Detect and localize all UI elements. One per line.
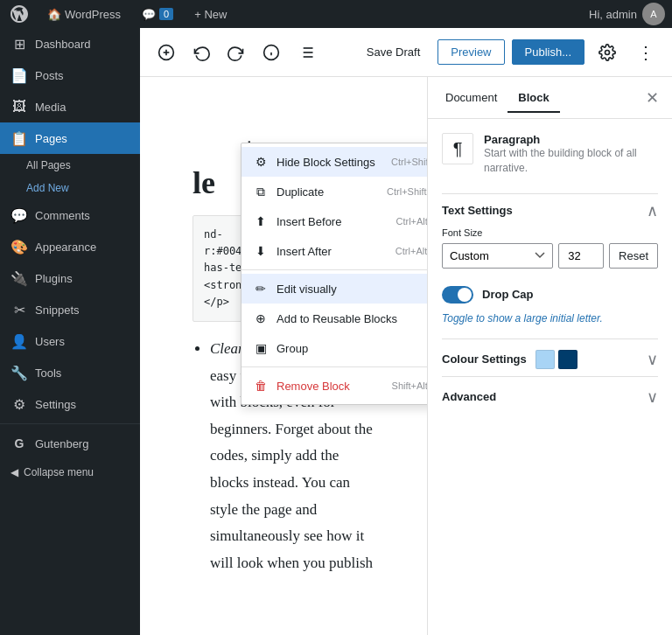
undo-button[interactable] (186, 37, 217, 68)
comments-icon: 💬 (10, 206, 28, 224)
sidebar-sub-all-pages[interactable]: All Pages (0, 154, 140, 177)
advanced-section-header[interactable]: Advanced ∨ (442, 376, 658, 414)
sidebar-item-settings[interactable]: ⚙ Settings (0, 388, 140, 420)
block-info-text: Paragraph Start with the building block … (484, 133, 658, 176)
duplicate-shortcut: Ctrl+Shift+D (387, 186, 427, 197)
users-icon: 👤 (10, 332, 28, 350)
sidebar-item-dashboard[interactable]: ⊞ Dashboard (0, 28, 140, 59)
font-size-select[interactable]: Custom Small Normal Medium Large Huge (442, 243, 553, 269)
add-block-button[interactable] (150, 37, 182, 68)
greeting-text: Hi, admin (589, 8, 637, 21)
sidebar-item-posts[interactable]: 📄 Posts (0, 59, 140, 91)
duplicate-label: Duplicate (276, 185, 324, 199)
settings-icon: ⚙ (10, 395, 28, 413)
dashboard-icon: ⊞ (10, 35, 28, 52)
text-settings-title: Text Settings (442, 204, 513, 217)
context-menu-duplicate[interactable]: ⧉ Duplicate Ctrl+Shift+D (242, 177, 427, 206)
collapse-menu-btn[interactable]: ◀ Collapse menu (0, 459, 140, 485)
context-menu-remove-block[interactable]: 🗑 Remove Block Shift+Alt+Z (242, 371, 427, 401)
remove-block-icon: 🗑 (252, 377, 270, 394)
sidebar-label-posts: Posts (35, 69, 64, 82)
hide-settings-shortcut: Ctrl+Shift+, (391, 157, 427, 167)
context-menu-edit-visually[interactable]: ✏ Edit visually (242, 274, 427, 304)
more-options-button[interactable]: ⋮ (630, 37, 662, 68)
info-button[interactable] (256, 37, 287, 68)
sidebar-item-plugins[interactable]: 🔌 Plugins (0, 262, 140, 294)
colour-settings-toggle-icon: ∨ (647, 350, 658, 369)
panel-content: ¶ Paragraph Start with the building bloc… (428, 119, 672, 635)
text-settings-toggle-icon: ∧ (647, 201, 658, 220)
site-name-bar[interactable]: 🏠 WordPress (42, 8, 126, 21)
drop-cap-toggle[interactable] (442, 286, 473, 304)
sidebar-label-appearance: Appearance (35, 241, 96, 254)
font-size-label: Font Size (442, 227, 658, 238)
sidebar-item-snippets[interactable]: ✂ Snippets (0, 294, 140, 325)
toolbar-right: Save Draft Preview Publish... ⋮ (356, 37, 662, 68)
context-menu-add-reusable[interactable]: ⊕ Add to Reusable Blocks (242, 304, 427, 333)
sidebar-item-appearance[interactable]: 🎨 Appearance (0, 231, 140, 262)
sidebar-item-tools[interactable]: 🔧 Tools (0, 357, 140, 388)
new-content-bar[interactable]: + New (189, 8, 232, 21)
avatar[interactable]: A (642, 3, 665, 25)
group-icon: ▣ (252, 339, 270, 357)
context-menu-divider-1 (242, 269, 427, 270)
wp-logo-icon[interactable] (7, 2, 32, 26)
sidebar-sub-add-new[interactable]: Add New (0, 177, 140, 199)
posts-icon: 📄 (10, 66, 28, 84)
site-name-label: WordPress (65, 8, 121, 21)
context-menu-insert-after[interactable]: ⬇ Insert After Ctrl+Alt+Y (242, 236, 427, 266)
drop-cap-hint: Toggle to show a large initial letter. (442, 312, 658, 324)
save-draft-button[interactable]: Save Draft (356, 40, 430, 64)
editor-toolbar: Save Draft Preview Publish... ⋮ (140, 28, 672, 77)
font-size-number-input[interactable] (558, 243, 604, 269)
sidebar-label-comments: Comments (35, 209, 90, 222)
context-menu-group[interactable]: ▣ Group (242, 333, 427, 363)
font-size-row: Custom Small Normal Medium Large Huge Re… (442, 243, 658, 269)
sidebar-item-comments[interactable]: 💬 Comments (0, 199, 140, 231)
panel-close-button[interactable]: ✕ (639, 85, 665, 111)
tab-block[interactable]: Block (508, 84, 559, 113)
sidebar-item-users[interactable]: 👤 Users (0, 325, 140, 357)
sidebar-item-media[interactable]: 🖼 Media (0, 91, 140, 122)
toggle-slider (442, 286, 473, 304)
collapse-label: Collapse menu (24, 466, 94, 478)
insert-before-shortcut: Ctrl+Alt+T (396, 216, 427, 227)
context-menu-insert-before[interactable]: ⬆ Insert Before Ctrl+Alt+T (242, 206, 427, 236)
sidebar-label-pages: Pages (35, 132, 67, 145)
colour-swatches (536, 350, 578, 369)
drop-cap-label: Drop Cap (482, 288, 534, 301)
sidebar-label-users: Users (35, 335, 65, 348)
preview-button[interactable]: Preview (438, 39, 504, 65)
panel-tabs: Document Block ✕ (428, 77, 672, 119)
pages-icon: 📋 (10, 129, 28, 147)
tab-document[interactable]: Document (435, 84, 508, 113)
editor-area: Save Draft Preview Publish... ⋮ ⋮ ⚙ (140, 28, 672, 635)
context-menu-hide-block-settings[interactable]: ⚙ Hide Block Settings Ctrl+Shift+, (242, 147, 427, 177)
tools-icon: 🔧 (10, 364, 28, 381)
gutenberg-icon: G (10, 435, 28, 452)
colour-settings-header[interactable]: Colour Settings ∨ (442, 338, 658, 376)
block-settings-toggle-button[interactable] (592, 37, 623, 68)
font-size-reset-button[interactable]: Reset (609, 243, 658, 269)
editor-body: ⋮ ⚙ Hide Block Settings Ctrl+Shift+, ⧉ D… (140, 77, 672, 635)
text-settings-header[interactable]: Text Settings ∧ (442, 193, 658, 227)
publish-button[interactable]: Publish... (512, 39, 584, 65)
new-label: + New (194, 8, 227, 21)
sidebar-item-gutenberg[interactable]: G Gutenberg (0, 428, 140, 459)
comments-bar[interactable]: 💬 0 (136, 8, 178, 21)
sidebar-label-gutenberg: Gutenberg (35, 437, 88, 450)
content-area: ⋮ ⚙ Hide Block Settings Ctrl+Shift+, ⧉ D… (140, 77, 427, 635)
sidebar-item-pages[interactable]: 📋 Pages (0, 122, 140, 154)
snippets-icon: ✂ (10, 301, 28, 318)
drop-cap-container: Drop Cap Toggle to show a large initial … (442, 279, 658, 324)
svg-point-12 (606, 50, 610, 54)
sidebar: ⊞ Dashboard 📄 Posts 🖼 Media 📋 Pages All … (0, 28, 140, 635)
redo-button[interactable] (220, 37, 252, 68)
list-view-button[interactable] (290, 37, 322, 68)
collapse-arrow-icon: ◀ (10, 466, 18, 478)
colour-swatch-light (536, 350, 555, 369)
advanced-toggle-icon: ∨ (647, 387, 658, 407)
add-reusable-icon: ⊕ (252, 310, 270, 327)
text-settings-section: Text Settings ∧ Font Size Custom Small N… (442, 193, 658, 324)
sidebar-label-snippets: Snippets (35, 304, 80, 317)
